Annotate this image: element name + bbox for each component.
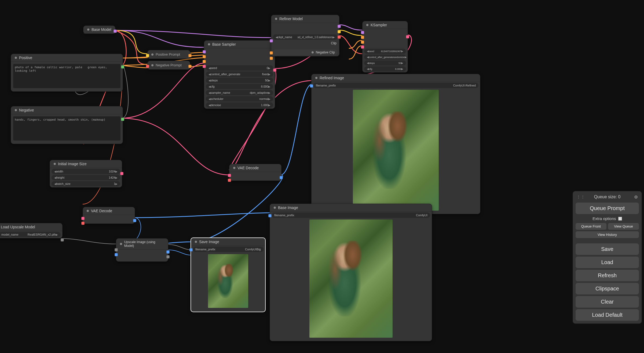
cfg-widget[interactable]: ◀cfg8.000▶ bbox=[206, 84, 273, 89]
gear-icon[interactable]: ⚙ bbox=[634, 194, 638, 200]
seed-widget[interactable]: ◀seed613407102891067▶ bbox=[364, 49, 406, 54]
queue-front-button[interactable]: Queue Front bbox=[576, 223, 606, 230]
model-widget[interactable]: model_nameRealESRGAN_x2.pth▶ bbox=[0, 232, 61, 237]
cfg-widget[interactable]: ◀cfg8.000▶ bbox=[364, 66, 406, 71]
node-positive-prompt[interactable]: Positive Prompt bbox=[147, 50, 190, 59]
refresh-button[interactable]: Refresh bbox=[576, 270, 639, 281]
label: Negative Prompt bbox=[156, 63, 182, 67]
label: KSampler bbox=[371, 23, 387, 27]
node-save-image[interactable]: Save Image filename_prefixComfyUIBig bbox=[191, 237, 266, 312]
label: VAE Decode bbox=[91, 209, 112, 213]
label: Initial Image Size bbox=[58, 162, 87, 166]
label: Base Model bbox=[92, 27, 111, 32]
node-ksampler[interactable]: KSampler ◀seed613407102891067▶ ◀control_… bbox=[362, 21, 408, 73]
node-base-model[interactable]: Base Model bbox=[83, 26, 115, 34]
prefix-widget[interactable]: filename_prefixComfyUIBig bbox=[193, 247, 264, 252]
label: Load Upscale Model bbox=[1, 225, 35, 229]
node-initial-image-size[interactable]: Initial Image Size ◀width1024▶ ◀height14… bbox=[50, 160, 122, 188]
node-base-image[interactable]: Base Image filename_prefixComfyUI bbox=[270, 204, 432, 341]
label: Refiner Model bbox=[279, 17, 303, 21]
label: Save Image bbox=[199, 240, 219, 244]
queue-size-label: Queue size: 0 bbox=[594, 194, 621, 199]
batch-widget[interactable]: ◀batch_size1▶ bbox=[52, 181, 120, 186]
extra-options-checkbox[interactable] bbox=[618, 217, 622, 221]
save-button[interactable]: Save bbox=[576, 243, 639, 255]
label: Refined Image bbox=[320, 76, 344, 80]
node-load-upscale-model[interactable]: Load Upscale Model model_nameRealESRGAN_… bbox=[0, 223, 63, 238]
drag-handle-icon[interactable]: ⋮⋮ bbox=[577, 195, 585, 199]
node-vae-decode-2[interactable]: VAE Decode bbox=[83, 207, 135, 224]
clear-button[interactable]: Clear bbox=[576, 296, 639, 308]
node-refiner-model[interactable]: Refiner Model ◀ckpt_namesd_xl_refiner_1.… bbox=[271, 15, 339, 56]
node-base-sampler[interactable]: Base Sampler ◀seed0▶ ◀control_after_gene… bbox=[204, 40, 275, 109]
sampler-widget[interactable]: ◀sampler_namedpm_adaptive▶ bbox=[206, 90, 273, 95]
save-preview-image bbox=[208, 254, 248, 308]
label: Negative bbox=[19, 108, 34, 112]
prefix-widget[interactable]: filename_prefixComfyUI-Refined bbox=[313, 83, 478, 88]
view-queue-button[interactable]: View Queue bbox=[608, 223, 639, 230]
seed-widget[interactable]: ◀seed0▶ bbox=[206, 65, 273, 71]
height-widget[interactable]: ◀height1424▶ bbox=[52, 175, 120, 180]
queue-prompt-button[interactable]: Queue Prompt bbox=[576, 203, 639, 214]
load-button[interactable]: Load bbox=[576, 257, 639, 268]
label: Positive bbox=[19, 56, 32, 60]
label: Base Image bbox=[278, 206, 298, 210]
denoise-widget[interactable]: ◀denoise1.000▶ bbox=[206, 102, 273, 108]
label: VAE Decode bbox=[237, 166, 259, 170]
view-history-button[interactable]: View History bbox=[576, 231, 639, 238]
ckpt-widget[interactable]: ◀ckpt_namesd_xl_refiner_1.0.safetensors▶ bbox=[273, 34, 338, 40]
cag-widget[interactable]: ◀control_after_generaterandomize▶ bbox=[364, 55, 406, 60]
node-refined-image[interactable]: Refined Image filename_prefixComfyUI-Ref… bbox=[311, 74, 480, 214]
node-negative-prompt[interactable]: Negative Prompt bbox=[147, 61, 190, 70]
node-canvas[interactable]: Base Model Positive Negative Positive Pr… bbox=[0, 0, 644, 353]
scheduler-widget[interactable]: ◀schedulernormal▶ bbox=[206, 96, 273, 102]
label: Positive Prompt bbox=[156, 52, 180, 56]
node-vae-decode-1[interactable]: VAE Decode bbox=[229, 164, 281, 181]
negative-text[interactable] bbox=[13, 116, 120, 141]
prefix-widget[interactable]: filename_prefixComfyUI bbox=[272, 212, 430, 218]
node-positive[interactable]: Positive bbox=[11, 54, 123, 92]
positive-text[interactable] bbox=[13, 64, 120, 88]
control-panel[interactable]: ⋮⋮ Queue size: 0 ⚙ Queue Prompt Extra op… bbox=[573, 191, 642, 324]
clipspace-button[interactable]: Clipspace bbox=[576, 283, 639, 294]
extra-options-label: Extra options bbox=[592, 216, 616, 221]
node-negative[interactable]: Negative bbox=[11, 106, 123, 144]
label: Base Sampler bbox=[212, 42, 236, 46]
steps-widget[interactable]: ◀steps50▶ bbox=[364, 60, 406, 66]
steps-widget[interactable]: ◀steps50▶ bbox=[206, 78, 273, 83]
load-default-button[interactable]: Load Default bbox=[576, 309, 639, 321]
label: Upscale Image (using Model) bbox=[124, 240, 164, 248]
width-widget[interactable]: ◀width1024▶ bbox=[52, 169, 120, 174]
node-upscale-image[interactable]: Upscale Image (using Model) bbox=[116, 238, 168, 262]
refined-preview-image bbox=[353, 90, 439, 211]
cag-widget[interactable]: ◀control_after_generatefixed▶ bbox=[206, 71, 273, 77]
base-preview-image bbox=[309, 219, 393, 338]
